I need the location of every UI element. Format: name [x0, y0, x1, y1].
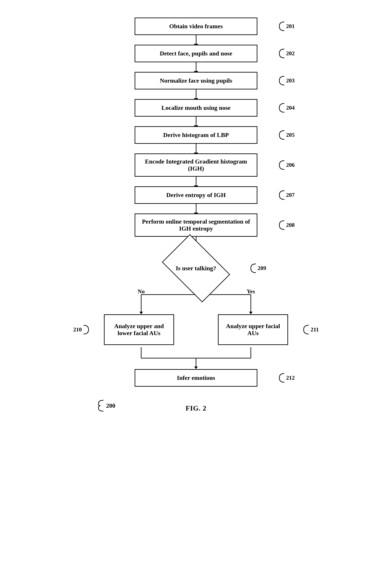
arrow-1	[196, 35, 196, 45]
curly-208-icon	[278, 220, 285, 231]
step-num-210: 210	[73, 326, 82, 333]
merge-svg	[97, 347, 295, 369]
arrow-7	[196, 204, 196, 213]
branch-left: Analyze upper and lower facial AUs 210	[97, 314, 181, 345]
box-201-label: Obtain video frames	[169, 23, 223, 30]
box-208: Perform online temporal segmentation of …	[135, 213, 257, 237]
box-202-label: Detect face, pupils and nose	[160, 50, 232, 57]
box-204-label: Localize mouth using nose	[161, 104, 230, 111]
fig-label: FIG. 2	[186, 404, 206, 412]
no-label-text: No	[138, 288, 145, 295]
flowchart: Obtain video frames 201 Detect face, pup…	[97, 18, 295, 412]
curly-209-icon	[250, 263, 257, 274]
box-206: Encode Integrated Gradient histogram (IG…	[135, 153, 257, 177]
arrow-3	[196, 89, 196, 99]
step-num-206: 206	[286, 162, 295, 168]
box-210-label: Analyze upper and lower facial AUs	[110, 323, 168, 337]
step-num-208: 208	[286, 222, 295, 228]
curly-200-icon	[97, 399, 105, 412]
box-205: Derive histogram of LBP	[135, 126, 257, 144]
box-210: Analyze upper and lower facial AUs	[104, 314, 174, 345]
box-207: Derive entropy of IGH	[135, 186, 257, 204]
arrow-6	[196, 177, 196, 186]
figure-200-label: 200	[106, 402, 115, 409]
step-row-205: Derive histogram of LBP 205	[135, 126, 257, 144]
step-row-207: Derive entropy of IGH 207	[135, 186, 257, 204]
curly-207-icon	[278, 190, 285, 200]
step-num-203: 203	[286, 77, 295, 84]
step-row-201: Obtain video frames 201	[135, 18, 257, 35]
curly-206-icon	[278, 160, 285, 171]
box-212: Infer emotions	[135, 369, 257, 387]
diamond-209: Is user talking?	[163, 246, 229, 290]
box-208-label: Perform online temporal segmentation of …	[142, 218, 250, 232]
step-num-212: 212	[286, 375, 295, 381]
arrow-4	[196, 117, 196, 126]
step-num-211: 211	[310, 326, 319, 333]
box-203-label: Normalize face using pupils	[160, 77, 232, 84]
step-row-209: Is user talking? 209	[163, 246, 229, 290]
step-num-207: 207	[286, 192, 295, 198]
step-row-203: Normalize face using pupils 203	[135, 72, 257, 89]
curly-202-icon	[278, 48, 285, 59]
page: { "figure": { "label": "FIG. 2", "fig_nu…	[0, 0, 392, 562]
step-num-205: 205	[286, 132, 295, 138]
arrow-5	[196, 144, 196, 153]
curly-212-icon	[278, 372, 285, 383]
box-205-label: Derive histogram of LBP	[163, 131, 229, 139]
step-num-201: 201	[286, 23, 295, 30]
step-row-208: Perform online temporal segmentation of …	[135, 213, 257, 237]
box-203: Normalize face using pupils	[135, 72, 257, 89]
arrow-2	[196, 62, 196, 72]
yes-label-text: Yes	[247, 288, 255, 295]
curly-201-icon	[278, 21, 285, 32]
box-212-label: Infer emotions	[177, 374, 215, 381]
box-207-label: Derive entropy of IGH	[166, 192, 226, 199]
step-num-202: 202	[286, 50, 295, 57]
box-202: Detect face, pupils and nose	[135, 45, 257, 62]
step-row-204: Localize mouth using nose 204	[135, 99, 257, 117]
arrow-merge-head	[194, 366, 198, 369]
step-num-204: 204	[286, 105, 295, 111]
arrow-left-head	[139, 312, 143, 314]
branch-section: Analyze upper and lower facial AUs 210 A…	[97, 314, 295, 345]
curly-203-icon	[278, 75, 285, 86]
curly-211-icon	[303, 324, 309, 335]
step-row-202: Detect face, pupils and nose 202	[135, 45, 257, 62]
box-211: Analyze upper facial AUs	[218, 314, 288, 345]
branch-right: Analyze upper facial AUs 211	[211, 314, 295, 345]
box-204: Localize mouth using nose	[135, 99, 257, 117]
box-201: Obtain video frames	[135, 18, 257, 35]
step-num-209: 209	[258, 265, 266, 271]
step-row-206: Encode Integrated Gradient histogram (IG…	[135, 153, 257, 177]
box-206-label: Encode Integrated Gradient histogram (IG…	[142, 158, 250, 172]
curly-210-icon	[83, 324, 90, 335]
diamond-text-209: Is user talking?	[176, 264, 216, 272]
step-row-212: Infer emotions 212	[135, 369, 257, 387]
arrow-right-head	[249, 312, 253, 314]
curly-204-icon	[278, 102, 285, 113]
curly-205-icon	[278, 129, 285, 140]
box-211-label: Analyze upper facial AUs	[224, 323, 282, 337]
